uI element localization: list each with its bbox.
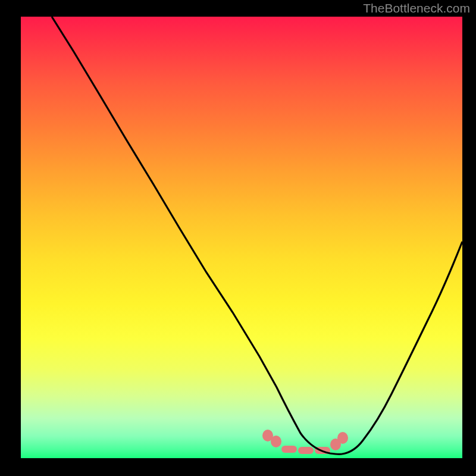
highlight-marker <box>315 447 330 454</box>
highlight-marker <box>281 446 297 453</box>
chart-plot-area <box>21 17 462 458</box>
highlight-marker <box>298 447 314 454</box>
highlight-marker <box>337 432 348 444</box>
watermark-label: TheBottleneck.com <box>363 1 470 15</box>
gradient-background <box>21 17 462 458</box>
highlight-marker <box>271 436 281 447</box>
